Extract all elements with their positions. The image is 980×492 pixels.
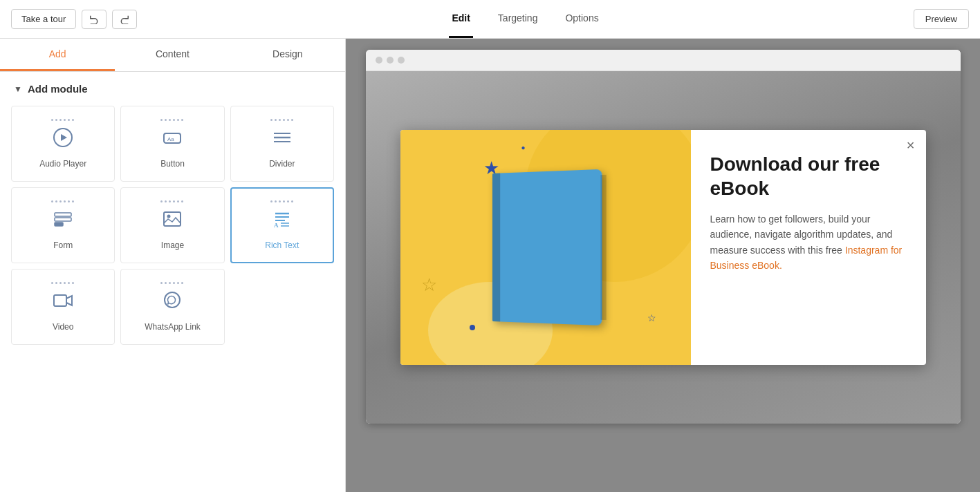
module-card-form[interactable]: Form [11,187,115,263]
browser-dot-2 [387,57,394,64]
svg-marker-1 [61,134,67,141]
dots-pattern [270,200,294,202]
dot-decoration-2 [470,325,475,330]
audio-player-icon [52,126,74,153]
add-module-title: Add module [28,83,88,95]
form-label: Form [53,240,73,250]
preview-button[interactable]: Preview [914,9,969,29]
button-icon: Aa [161,126,183,153]
dots-pattern [160,282,184,284]
dots-pattern [160,119,184,121]
module-card-button[interactable]: Aa Button [120,106,224,182]
form-icon [52,208,74,235]
dots-pattern [51,282,75,284]
collapse-arrow-icon[interactable]: ▼ [14,84,22,94]
svg-text:Aa: Aa [167,136,174,142]
svg-rect-10 [164,212,181,226]
popup-description: Learn how to get followers, build your a… [710,211,907,274]
take-tour-button[interactable]: Take a tour [11,9,76,29]
dot-decoration-1: ● [521,144,526,151]
tab-options[interactable]: Options [562,0,601,38]
module-card-video[interactable]: Video [11,269,115,345]
video-label: Video [53,322,73,332]
star-decoration-4: ☆ [647,312,656,323]
star-decoration-3: ☆ [421,274,437,296]
rich-text-label: Rich Text [265,240,299,250]
button-label: Button [160,159,185,169]
popup-modal: ★ ● ★ ☆ ☆ × Download our free eBook Lear [400,130,926,365]
tab-edit[interactable]: Edit [449,0,472,38]
browser-window: ★ ● ★ ☆ ☆ × Download our free eBook Lear [366,50,961,424]
svg-text:A: A [274,222,279,229]
right-panel: ★ ● ★ ☆ ☆ × Download our free eBook Lear [346,39,980,492]
whatsapp-label: WhatsApp Link [145,322,201,332]
divider-label: Divider [269,159,295,169]
dots-pattern [270,119,294,121]
panel-tab-design[interactable]: Design [230,39,345,71]
tab-targeting[interactable]: Targeting [495,0,541,38]
rich-text-icon: A [271,208,293,235]
popup-link[interactable]: Instagram for Business eBook. [710,245,903,271]
svg-point-11 [167,215,171,218]
dots-pattern [160,200,184,202]
divider-icon [271,126,293,153]
image-label: Image [161,240,184,250]
module-card-image[interactable]: Image [120,187,224,263]
redo-button[interactable] [112,10,137,29]
browser-dot-3 [398,57,405,64]
panel-tab-add[interactable]: Add [0,39,115,71]
popup-container: ★ ● ★ ☆ ☆ × Download our free eBook Lear [366,71,961,424]
module-card-audio-player[interactable]: Audio Player [11,106,115,182]
module-card-whatsapp[interactable]: WhatsApp Link [120,269,224,345]
module-card-divider[interactable]: Divider [230,106,334,182]
browser-bar [366,50,961,71]
svg-rect-7 [55,213,71,216]
svg-rect-18 [54,295,66,306]
popup-title: Download our free eBook [710,152,907,200]
dots-pattern [51,119,75,121]
popup-close-button[interactable]: × [907,138,915,152]
left-panel: Add Content Design ▼ Add module Audio Pl… [0,39,346,492]
video-icon [52,290,74,316]
popup-content-section: × Download our free eBook Learn how to g… [691,130,926,365]
panel-tabs: Add Content Design [0,39,345,72]
svg-rect-8 [55,218,71,221]
svg-point-19 [165,292,180,308]
dots-pattern [51,200,75,202]
top-bar: Take a tour Edit Targeting Options Previ… [0,0,980,39]
top-bar-left: Take a tour [11,9,137,29]
module-card-rich-text[interactable]: A Rich Text [230,187,334,263]
top-bar-tabs: Edit Targeting Options [449,0,601,38]
module-grid: Audio Player Aa Button [0,103,345,348]
svg-rect-9 [55,223,63,226]
add-module-header: ▼ Add module [0,72,345,103]
browser-dot-1 [376,57,382,64]
audio-player-label: Audio Player [39,159,86,169]
panel-tab-content[interactable]: Content [115,39,230,71]
popup-book [492,169,602,325]
popup-image-section: ★ ● ★ ☆ ☆ [400,130,691,365]
undo-button[interactable] [82,10,107,29]
whatsapp-icon [161,290,183,316]
image-icon [161,208,183,235]
main-layout: Add Content Design ▼ Add module Audio Pl… [0,39,980,492]
